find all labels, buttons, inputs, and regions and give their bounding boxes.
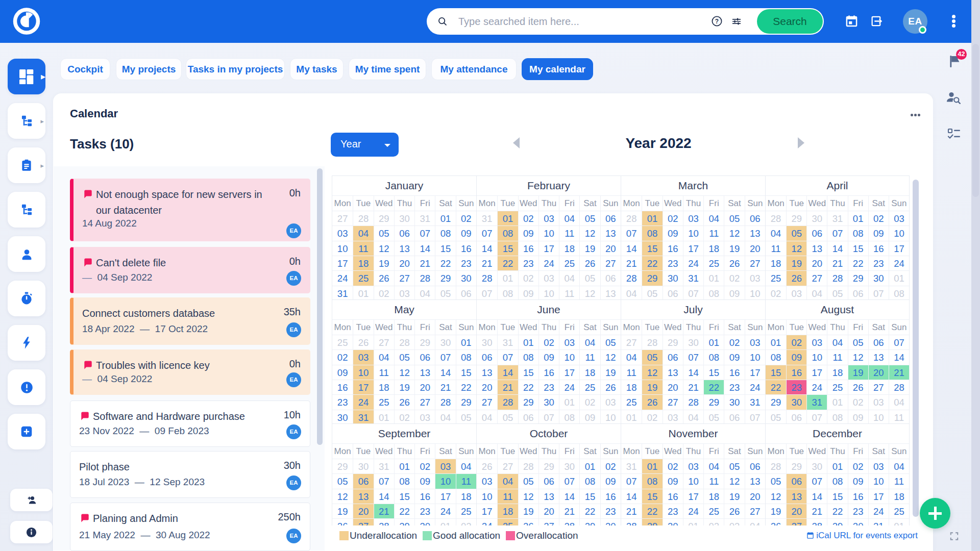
svg-text:?: ? xyxy=(715,18,719,25)
